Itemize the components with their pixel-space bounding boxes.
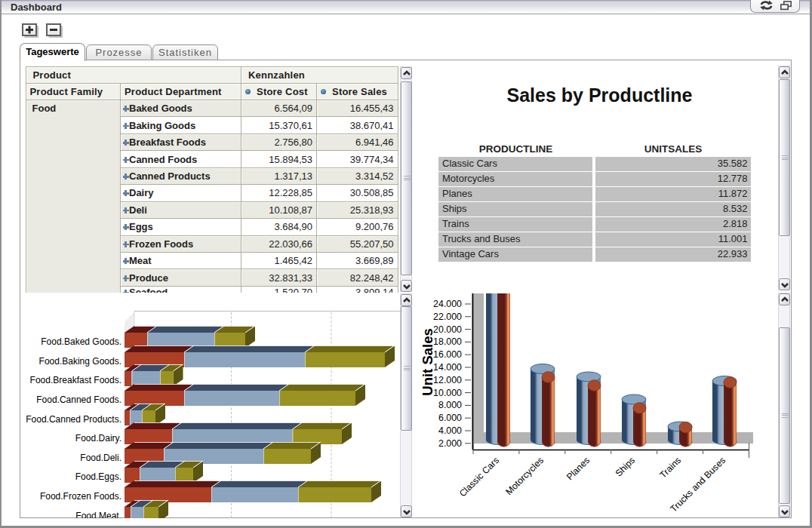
svg-text:16.000: 16.000 — [433, 349, 462, 360]
svg-text:Motorcycles: Motorcycles — [503, 455, 546, 497]
svg-text:Food.Canned Foods.: Food.Canned Foods. — [36, 394, 121, 405]
svg-text:20.000: 20.000 — [433, 324, 462, 335]
svg-text:18.000: 18.000 — [433, 336, 462, 347]
svg-text:Planes: Planes — [564, 455, 592, 482]
svg-text:12.000: 12.000 — [433, 375, 462, 385]
svg-text:24.000: 24.000 — [433, 299, 462, 309]
svg-text:Food.Dairy.: Food.Dairy. — [75, 433, 121, 444]
svg-text:Trains: Trains — [658, 455, 684, 480]
svg-text:Food.Baking Goods.: Food.Baking Goods. — [39, 356, 121, 367]
svg-text:Ships: Ships — [614, 455, 637, 478]
svg-text:Food.Breakfast Foods.: Food.Breakfast Foods. — [30, 375, 121, 385]
svg-text:14.000: 14.000 — [433, 362, 462, 373]
svg-text:2.000: 2.000 — [438, 438, 462, 449]
svg-text:Food.Meat.: Food.Meat. — [75, 511, 121, 518]
svg-text:6.000: 6.000 — [438, 413, 462, 423]
svg-text:Food.Baked Goods.: Food.Baked Goods. — [41, 336, 121, 347]
svg-text:8.000: 8.000 — [438, 400, 462, 410]
svg-text:10.000: 10.000 — [433, 388, 462, 398]
svg-text:4.000: 4.000 — [438, 425, 462, 436]
svg-text:Food.Deli.: Food.Deli. — [80, 453, 121, 463]
svg-text:Food.Canned Products.: Food.Canned Products. — [26, 414, 121, 425]
svg-text:Food.Frozen Foods.: Food.Frozen Foods. — [40, 491, 121, 502]
svg-text:Food.Eggs.: Food.Eggs. — [75, 471, 121, 482]
svg-text:Classic Cars: Classic Cars — [457, 455, 501, 499]
svg-text:22.000: 22.000 — [433, 312, 462, 322]
